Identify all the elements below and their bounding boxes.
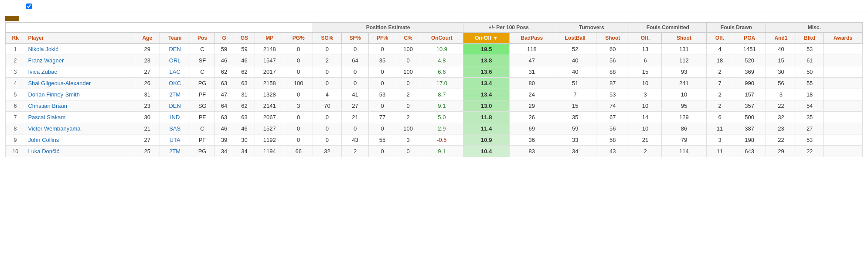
player-link[interactable]: Shai Gilgeous-Alexander bbox=[28, 80, 91, 86]
cell-and1: 23 bbox=[766, 123, 796, 134]
cell-pg: 66 bbox=[284, 146, 313, 157]
cell-c: 0 bbox=[396, 55, 420, 66]
cell-sf: 41 bbox=[341, 89, 369, 100]
col-mp[interactable]: MP bbox=[255, 33, 284, 44]
qualifier-checkbox[interactable] bbox=[26, 3, 32, 9]
cell-gs: 63 bbox=[234, 112, 255, 123]
player-link[interactable]: Dorian Finney-Smith bbox=[28, 91, 80, 98]
cell-and1: 22 bbox=[766, 134, 796, 146]
team-link[interactable]: DEN bbox=[169, 46, 180, 52]
cell-and1: 15 bbox=[766, 55, 796, 66]
player-link[interactable]: Victor Wembanyama bbox=[28, 125, 80, 132]
cell-off-fd: 6 bbox=[707, 112, 733, 123]
col-gs[interactable]: GS bbox=[234, 33, 255, 44]
cell-sg: 0 bbox=[313, 123, 342, 134]
team-link[interactable]: ORL bbox=[169, 57, 181, 64]
team-link[interactable]: DEN bbox=[169, 103, 180, 109]
cell-pos: PF bbox=[190, 134, 214, 146]
cell-shoot-fd: 131 bbox=[661, 44, 707, 55]
cell-gs: 62 bbox=[234, 100, 255, 112]
cell-off-fd: 11 bbox=[707, 123, 733, 134]
col-lostball[interactable]: LostBall bbox=[554, 33, 596, 44]
cell-mp: 1328 bbox=[255, 89, 284, 100]
col-team[interactable]: Team bbox=[160, 33, 190, 44]
group-header-empty bbox=[6, 23, 313, 33]
team-link[interactable]: LAC bbox=[170, 69, 180, 75]
col-pg[interactable]: PG% bbox=[284, 33, 313, 44]
cell-pg: 0 bbox=[284, 134, 313, 146]
cell-g: 46 bbox=[214, 123, 234, 134]
player-link[interactable]: John Collins bbox=[28, 137, 59, 143]
team-link[interactable]: 2TM bbox=[169, 91, 180, 98]
cell-awards bbox=[823, 123, 862, 134]
cell-pg: 0 bbox=[284, 66, 313, 78]
col-age[interactable]: Age bbox=[135, 33, 160, 44]
cell-rk: 5 bbox=[6, 89, 25, 100]
player-link[interactable]: Ivica Zubac bbox=[28, 69, 57, 75]
cell-oncourt: -0.5 bbox=[420, 134, 463, 146]
cell-team: ORL bbox=[160, 55, 190, 66]
col-off-fc[interactable]: Off. bbox=[629, 33, 661, 44]
cell-shoot-fd: 86 bbox=[661, 123, 707, 134]
player-link[interactable]: Nikola Jokić bbox=[28, 46, 58, 52]
cell-badpass: 29 bbox=[510, 100, 554, 112]
cell-player: Luka Dončić bbox=[25, 146, 135, 157]
player-link[interactable]: Luka Dončić bbox=[28, 148, 59, 155]
col-awards[interactable]: Awards bbox=[823, 33, 862, 44]
cell-shoot-fc: 87 bbox=[596, 78, 629, 89]
cell-mp: 2017 bbox=[255, 66, 284, 78]
team-link[interactable]: 2TM bbox=[169, 148, 180, 155]
cell-team: UTA bbox=[160, 134, 190, 146]
col-shoot-fc[interactable]: Shoot bbox=[596, 33, 629, 44]
col-pos[interactable]: Pos bbox=[190, 33, 214, 44]
col-off-fd[interactable]: Off. bbox=[707, 33, 733, 44]
col-g[interactable]: G bbox=[214, 33, 234, 44]
cell-c: 2 bbox=[396, 89, 420, 100]
col-blkd[interactable]: Blkd bbox=[796, 33, 824, 44]
col-badpass[interactable]: BadPass bbox=[510, 33, 554, 44]
cell-awards bbox=[823, 66, 862, 78]
group-header-fouls-committed: Fouls Committed bbox=[629, 23, 707, 33]
cell-blkd: 50 bbox=[796, 66, 824, 78]
table-row: 8 Victor Wembanyama 21 SAS C 46 46 1527 … bbox=[6, 123, 863, 134]
cell-shoot-fc: 67 bbox=[596, 112, 629, 123]
col-player[interactable]: Player bbox=[25, 33, 135, 44]
col-sf[interactable]: SF% bbox=[341, 33, 369, 44]
cell-sg: 0 bbox=[313, 134, 342, 146]
cell-lostball: 7 bbox=[554, 89, 596, 100]
team-link[interactable]: SAS bbox=[169, 125, 180, 132]
col-oncourt[interactable]: OnCourt bbox=[420, 33, 463, 44]
col-c[interactable]: C% bbox=[396, 33, 420, 44]
col-onoff[interactable]: On-Off ▼ bbox=[463, 33, 510, 44]
team-link[interactable]: UTA bbox=[170, 137, 180, 143]
cell-and1: 30 bbox=[766, 66, 796, 78]
player-link[interactable]: Pascal Siakam bbox=[28, 114, 65, 121]
col-pga[interactable]: PGA bbox=[733, 33, 766, 44]
col-sg[interactable]: SG% bbox=[313, 33, 342, 44]
col-shoot-fd[interactable]: Shoot bbox=[661, 33, 707, 44]
col-and1[interactable]: And1 bbox=[766, 33, 796, 44]
cell-blkd: 27 bbox=[796, 123, 824, 134]
col-pf[interactable]: PF% bbox=[369, 33, 396, 44]
cell-pf: 55 bbox=[369, 134, 396, 146]
player-link[interactable]: Franz Wagner bbox=[28, 57, 64, 64]
cell-blkd: 55 bbox=[796, 78, 824, 89]
team-link[interactable]: IND bbox=[170, 114, 180, 121]
cell-oncourt: 9.1 bbox=[420, 146, 463, 157]
cell-gs: 31 bbox=[234, 89, 255, 100]
cell-shoot-fd: 241 bbox=[661, 78, 707, 89]
cell-pga: 387 bbox=[733, 123, 766, 134]
cell-sf: 0 bbox=[341, 44, 369, 55]
cell-rk: 1 bbox=[6, 44, 25, 55]
cell-age: 27 bbox=[135, 66, 160, 78]
player-link[interactable]: Christian Braun bbox=[28, 103, 67, 109]
cell-oncourt: 9.1 bbox=[420, 100, 463, 112]
cell-shoot-fc: 58 bbox=[596, 134, 629, 146]
season-tab[interactable] bbox=[5, 16, 19, 21]
cell-oncourt: 4.8 bbox=[420, 55, 463, 66]
cell-c: 0 bbox=[396, 100, 420, 112]
group-header-position-estimate: Position Estimate bbox=[313, 23, 463, 33]
cell-blkd: 22 bbox=[796, 146, 824, 157]
col-rk[interactable]: Rk bbox=[6, 33, 25, 44]
team-link[interactable]: OKC bbox=[169, 80, 181, 86]
